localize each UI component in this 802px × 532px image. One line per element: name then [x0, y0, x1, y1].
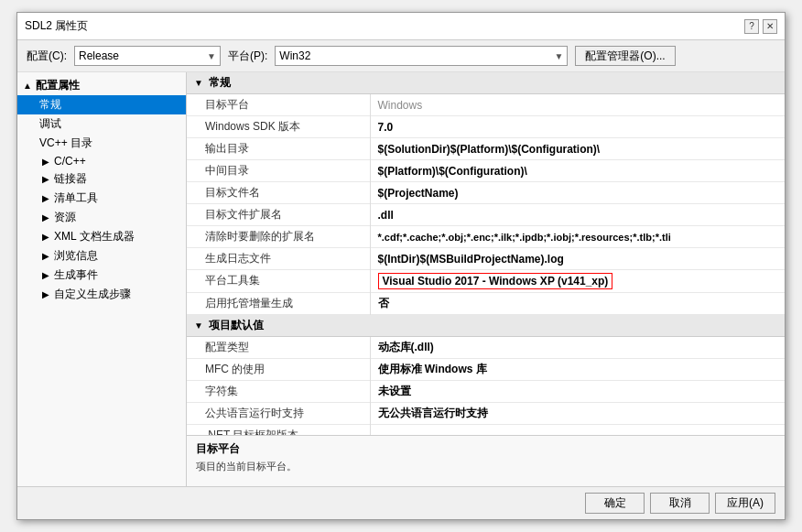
prop-name-intermediate-dir: 中间目录: [187, 160, 370, 182]
prop-row-mfc[interactable]: MFC 的使用 使用标准 Windows 库: [187, 359, 785, 381]
general-section-label: 常规: [209, 75, 231, 91]
vcpp-label: VC++ 目录: [39, 136, 92, 151]
resources-label: 资源: [54, 210, 76, 225]
prop-row-build-log[interactable]: 生成日志文件 $(IntDir)$(MSBuildProjectName).lo…: [187, 248, 785, 270]
prop-value-intermediate-dir[interactable]: $(Platform)\$(Configuration)\: [370, 160, 785, 182]
tree-item-manifest[interactable]: ▶ 清单工具: [17, 189, 186, 208]
config-select[interactable]: Release ▼: [74, 46, 221, 66]
platform-arrow-icon: ▼: [554, 51, 563, 61]
cancel-button[interactable]: 取消: [650, 493, 710, 514]
prop-row-target-platform[interactable]: 目标平台 Windows: [187, 94, 785, 116]
general-prop-table: 目标平台 Windows Windows SDK 版本 7.0 输出目录 $(S…: [187, 94, 785, 315]
prop-name-sdk: Windows SDK 版本: [187, 116, 370, 138]
main-content: ▲ 配置属性 常规 调试 VC++ 目录 ▶ C/C++ ▶ 链接器 ▶: [17, 72, 785, 486]
section-project-defaults-header[interactable]: ▼ 项目默认值: [187, 315, 785, 337]
tree-item-build-events[interactable]: ▶ 生成事件: [17, 266, 186, 285]
prop-row-incremental[interactable]: 启用托管增量生成 否: [187, 293, 785, 315]
dialog-title: SDL2 属性页: [25, 18, 88, 34]
platform-select[interactable]: Win32 ▼: [275, 46, 568, 66]
manifest-label: 清单工具: [54, 190, 98, 206]
general-label: 常规: [39, 97, 61, 113]
manager-button[interactable]: 配置管理器(O)...: [575, 46, 675, 66]
prop-value-config-type[interactable]: 动态库(.dll): [370, 337, 785, 359]
tree-item-vcpp[interactable]: VC++ 目录: [17, 134, 186, 153]
prop-value-incremental[interactable]: 否: [370, 293, 785, 315]
build-events-expander-icon: ▶: [39, 269, 52, 282]
prop-value-charset[interactable]: 未设置: [370, 381, 785, 403]
prop-value-target-ext[interactable]: .dll: [370, 204, 785, 226]
tree-item-general[interactable]: 常规: [17, 95, 186, 114]
build-events-label: 生成事件: [54, 267, 98, 283]
prop-value-platform-toolset[interactable]: Visual Studio 2017 - Windows XP (v141_xp…: [370, 270, 785, 293]
config-props-label: 配置属性: [36, 78, 80, 93]
linker-expander-icon: ▶: [39, 173, 52, 186]
prop-name-dotnet: .NET 目标框架版本: [187, 425, 370, 436]
properties-dialog: SDL2 属性页 ? ✕ 配置(C): Release ▼ 平台(P): Win…: [16, 12, 786, 520]
tree-item-linker[interactable]: ▶ 链接器: [17, 169, 186, 189]
prop-value-clean-ext[interactable]: *.cdf;*.cache;*.obj;*.enc;*.ilk;*.ipdb;*…: [370, 226, 785, 248]
prop-value-target-platform[interactable]: Windows: [370, 94, 785, 116]
help-button[interactable]: ?: [744, 19, 759, 34]
prop-value-clr[interactable]: 无公共语言运行时支持: [370, 403, 785, 425]
prop-row-dotnet[interactable]: .NET 目标框架版本: [187, 425, 785, 436]
debug-label: 调试: [39, 116, 61, 132]
config-props-expander-icon: ▲: [21, 80, 34, 92]
prop-value-target-name[interactable]: $(ProjectName): [370, 182, 785, 204]
prop-name-output-dir: 输出目录: [187, 138, 370, 160]
prop-name-incremental: 启用托管增量生成: [187, 293, 370, 315]
resources-expander-icon: ▶: [39, 212, 52, 224]
prop-row-sdk[interactable]: Windows SDK 版本 7.0: [187, 116, 785, 138]
prop-name-mfc: MFC 的使用: [187, 359, 370, 381]
prop-row-target-ext[interactable]: 目标文件扩展名 .dll: [187, 204, 785, 226]
prop-row-intermediate-dir[interactable]: 中间目录 $(Platform)\$(Configuration)\: [187, 160, 785, 182]
config-arrow-icon: ▼: [207, 51, 216, 61]
apply-button[interactable]: 应用(A): [715, 493, 775, 514]
prop-name-charset: 字符集: [187, 381, 370, 403]
prop-value-dotnet[interactable]: [370, 425, 785, 436]
prop-row-output-dir[interactable]: 输出目录 $(SolutionDir)$(Platform)\$(Configu…: [187, 138, 785, 160]
xml-gen-label: XML 文档生成器: [54, 229, 135, 244]
right-panel: ▼ 常规 目标平台 Windows Windows SDK 版本 7.0 输出目…: [187, 72, 785, 435]
left-panel: ▲ 配置属性 常规 调试 VC++ 目录 ▶ C/C++ ▶ 链接器 ▶: [17, 72, 187, 486]
close-button[interactable]: ✕: [763, 19, 777, 34]
prop-name-platform-toolset: 平台工具集: [187, 270, 370, 293]
prop-row-config-type[interactable]: 配置类型 动态库(.dll): [187, 337, 785, 359]
toolbar: 配置(C): Release ▼ 平台(P): Win32 ▼ 配置管理器(O)…: [17, 40, 785, 72]
prop-row-clr[interactable]: 公共语言运行时支持 无公共语言运行时支持: [187, 403, 785, 425]
prop-row-charset[interactable]: 字符集 未设置: [187, 381, 785, 403]
prop-value-build-log[interactable]: $(IntDir)$(MSBuildProjectName).log: [370, 248, 785, 270]
custom-steps-label: 自定义生成步骤: [54, 287, 131, 302]
tree-item-config-props[interactable]: ▲ 配置属性: [17, 76, 186, 95]
general-section-arrow-icon: ▼: [194, 78, 203, 88]
tree-item-resources[interactable]: ▶ 资源: [17, 208, 186, 227]
tree-item-custom-steps[interactable]: ▶ 自定义生成步骤: [17, 285, 186, 304]
platform-label: 平台(P):: [228, 49, 267, 64]
prop-row-clean-ext[interactable]: 清除时要删除的扩展名 *.cdf;*.cache;*.obj;*.enc;*.i…: [187, 226, 785, 248]
section-general-header[interactable]: ▼ 常规: [187, 72, 785, 94]
linker-label: 链接器: [54, 171, 87, 187]
prop-row-target-name[interactable]: 目标文件名 $(ProjectName): [187, 182, 785, 204]
prop-value-output-dir[interactable]: $(SolutionDir)$(Platform)\$(Configuratio…: [370, 138, 785, 160]
desc-text: 项目的当前目标平台。: [196, 460, 775, 473]
prop-name-build-log: 生成日志文件: [187, 248, 370, 270]
prop-name-target-name: 目标文件名: [187, 182, 370, 204]
prop-name-target-ext: 目标文件扩展名: [187, 204, 370, 226]
prop-row-platform-toolset[interactable]: 平台工具集 Visual Studio 2017 - Windows XP (v…: [187, 270, 785, 293]
manifest-expander-icon: ▶: [39, 192, 52, 205]
browse-expander-icon: ▶: [39, 250, 52, 263]
prop-value-mfc[interactable]: 使用标准 Windows 库: [370, 359, 785, 381]
title-controls: ? ✕: [744, 19, 777, 34]
tree-item-debug[interactable]: 调试: [17, 114, 186, 134]
prop-value-sdk[interactable]: 7.0: [370, 116, 785, 138]
cpp-label: C/C++: [54, 155, 86, 168]
browse-label: 浏览信息: [54, 248, 98, 264]
project-defaults-label: 项目默认值: [209, 318, 264, 333]
config-value: Release: [79, 49, 119, 62]
tree-item-cpp[interactable]: ▶ C/C++: [17, 153, 186, 169]
title-bar: SDL2 属性页 ? ✕: [17, 13, 785, 40]
config-label: 配置(C):: [27, 49, 67, 64]
ok-button[interactable]: 确定: [585, 493, 645, 514]
tree-item-xml-gen[interactable]: ▶ XML 文档生成器: [17, 227, 186, 246]
custom-steps-expander-icon: ▶: [39, 288, 52, 301]
tree-item-browse[interactable]: ▶ 浏览信息: [17, 246, 186, 266]
